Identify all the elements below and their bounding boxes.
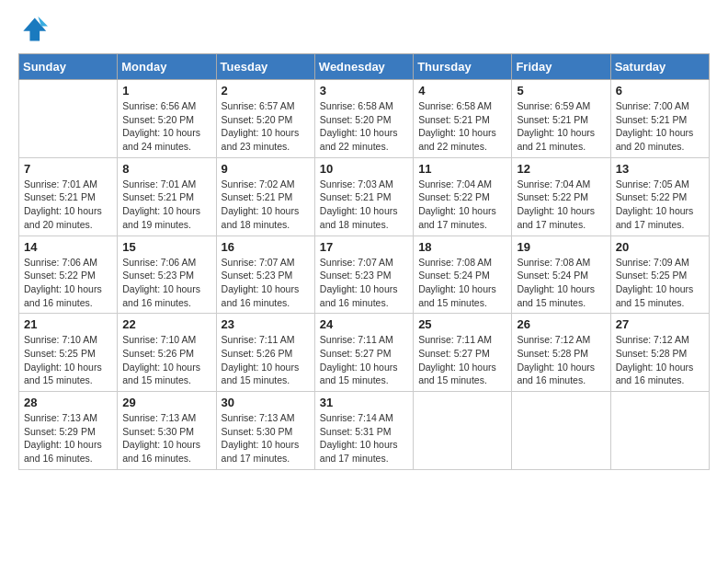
day-number: 16 <box>222 240 310 254</box>
calendar-cell <box>414 392 512 470</box>
logo-icon <box>18 15 48 44</box>
day-number: 22 <box>122 317 210 331</box>
calendar-cell: 16Sunrise: 7:07 AM Sunset: 5:23 PM Dayli… <box>216 236 314 314</box>
calendar-table: SundayMondayTuesdayWednesdayThursdayFrid… <box>18 53 710 470</box>
day-info: Sunrise: 7:01 AM Sunset: 5:21 PM Dayligh… <box>24 178 112 232</box>
day-number: 20 <box>616 240 704 254</box>
calendar-cell: 18Sunrise: 7:08 AM Sunset: 5:24 PM Dayli… <box>414 236 512 314</box>
day-number: 24 <box>320 317 408 331</box>
day-info: Sunrise: 7:10 AM Sunset: 5:26 PM Dayligh… <box>122 333 210 387</box>
day-number: 2 <box>222 84 310 98</box>
day-number: 4 <box>418 84 506 98</box>
header-day-friday: Friday <box>512 54 610 80</box>
day-number: 14 <box>24 240 112 254</box>
day-info: Sunrise: 7:11 AM Sunset: 5:26 PM Dayligh… <box>222 333 310 387</box>
calendar-cell: 22Sunrise: 7:10 AM Sunset: 5:26 PM Dayli… <box>118 314 216 392</box>
day-info: Sunrise: 6:58 AM Sunset: 5:21 PM Dayligh… <box>418 99 506 154</box>
day-info: Sunrise: 7:04 AM Sunset: 5:22 PM Dayligh… <box>418 178 506 232</box>
week-row-5: 28Sunrise: 7:13 AM Sunset: 5:29 PM Dayli… <box>19 392 710 470</box>
day-info: Sunrise: 7:01 AM Sunset: 5:21 PM Dayligh… <box>122 178 210 232</box>
day-info: Sunrise: 7:13 AM Sunset: 5:30 PM Dayligh… <box>222 411 310 465</box>
page: SundayMondayTuesdayWednesdayThursdayFrid… <box>0 0 728 479</box>
header <box>18 15 710 44</box>
calendar-cell: 3Sunrise: 6:58 AM Sunset: 5:20 PM Daylig… <box>314 80 413 158</box>
day-info: Sunrise: 7:02 AM Sunset: 5:21 PM Dayligh… <box>222 178 310 232</box>
day-number: 31 <box>320 396 408 409</box>
header-day-thursday: Thursday <box>414 54 512 80</box>
calendar-cell: 5Sunrise: 6:59 AM Sunset: 5:21 PM Daylig… <box>512 80 610 158</box>
day-number: 23 <box>222 317 310 331</box>
week-row-1: 1Sunrise: 6:56 AM Sunset: 5:20 PM Daylig… <box>19 80 710 158</box>
calendar-cell: 20Sunrise: 7:09 AM Sunset: 5:25 PM Dayli… <box>610 236 709 314</box>
day-info: Sunrise: 7:07 AM Sunset: 5:23 PM Dayligh… <box>320 256 408 310</box>
day-info: Sunrise: 6:56 AM Sunset: 5:20 PM Dayligh… <box>122 99 210 154</box>
day-number: 1 <box>122 84 210 98</box>
calendar-cell <box>19 80 118 158</box>
calendar-cell: 25Sunrise: 7:11 AM Sunset: 5:27 PM Dayli… <box>414 314 512 392</box>
day-number: 11 <box>418 162 506 176</box>
day-info: Sunrise: 7:07 AM Sunset: 5:23 PM Dayligh… <box>222 256 310 310</box>
day-info: Sunrise: 6:58 AM Sunset: 5:20 PM Dayligh… <box>320 99 408 154</box>
day-number: 3 <box>320 84 408 98</box>
calendar-cell: 2Sunrise: 6:57 AM Sunset: 5:20 PM Daylig… <box>216 80 314 158</box>
calendar-cell: 30Sunrise: 7:13 AM Sunset: 5:30 PM Dayli… <box>216 392 314 470</box>
calendar-cell: 31Sunrise: 7:14 AM Sunset: 5:31 PM Dayli… <box>314 392 413 470</box>
calendar-cell: 17Sunrise: 7:07 AM Sunset: 5:23 PM Dayli… <box>314 236 413 314</box>
day-info: Sunrise: 7:04 AM Sunset: 5:22 PM Dayligh… <box>517 178 605 232</box>
day-number: 19 <box>517 240 605 254</box>
day-info: Sunrise: 7:09 AM Sunset: 5:25 PM Dayligh… <box>616 256 704 310</box>
day-number: 30 <box>222 396 310 409</box>
calendar-cell: 10Sunrise: 7:03 AM Sunset: 5:21 PM Dayli… <box>314 157 413 236</box>
day-info: Sunrise: 7:08 AM Sunset: 5:24 PM Dayligh… <box>517 256 605 310</box>
day-info: Sunrise: 7:00 AM Sunset: 5:21 PM Dayligh… <box>616 99 704 154</box>
calendar-cell: 8Sunrise: 7:01 AM Sunset: 5:21 PM Daylig… <box>118 157 216 236</box>
day-info: Sunrise: 7:06 AM Sunset: 5:22 PM Dayligh… <box>24 256 112 310</box>
calendar-cell: 4Sunrise: 6:58 AM Sunset: 5:21 PM Daylig… <box>414 80 512 158</box>
calendar-cell: 9Sunrise: 7:02 AM Sunset: 5:21 PM Daylig… <box>216 157 314 236</box>
week-row-2: 7Sunrise: 7:01 AM Sunset: 5:21 PM Daylig… <box>19 157 710 236</box>
calendar-cell: 11Sunrise: 7:04 AM Sunset: 5:22 PM Dayli… <box>414 157 512 236</box>
day-info: Sunrise: 7:13 AM Sunset: 5:30 PM Dayligh… <box>122 411 210 465</box>
day-info: Sunrise: 7:06 AM Sunset: 5:23 PM Dayligh… <box>122 256 210 310</box>
calendar-cell: 24Sunrise: 7:11 AM Sunset: 5:27 PM Dayli… <box>314 314 413 392</box>
calendar-cell: 12Sunrise: 7:04 AM Sunset: 5:22 PM Dayli… <box>512 157 610 236</box>
day-info: Sunrise: 7:12 AM Sunset: 5:28 PM Dayligh… <box>517 333 605 387</box>
day-info: Sunrise: 6:59 AM Sunset: 5:21 PM Dayligh… <box>517 99 605 154</box>
calendar-cell: 14Sunrise: 7:06 AM Sunset: 5:22 PM Dayli… <box>19 236 118 314</box>
calendar-cell: 7Sunrise: 7:01 AM Sunset: 5:21 PM Daylig… <box>19 157 118 236</box>
day-info: Sunrise: 7:13 AM Sunset: 5:29 PM Dayligh… <box>24 411 112 465</box>
header-day-sunday: Sunday <box>19 54 118 80</box>
header-day-wednesday: Wednesday <box>314 54 413 80</box>
day-number: 9 <box>222 162 310 176</box>
day-number: 29 <box>122 396 210 409</box>
calendar-cell: 21Sunrise: 7:10 AM Sunset: 5:25 PM Dayli… <box>19 314 118 392</box>
day-number: 26 <box>517 317 605 331</box>
calendar-cell: 6Sunrise: 7:00 AM Sunset: 5:21 PM Daylig… <box>610 80 709 158</box>
calendar-cell: 19Sunrise: 7:08 AM Sunset: 5:24 PM Dayli… <box>512 236 610 314</box>
day-number: 28 <box>24 396 112 409</box>
day-number: 6 <box>616 84 704 98</box>
day-info: Sunrise: 7:08 AM Sunset: 5:24 PM Dayligh… <box>418 256 506 310</box>
calendar-cell: 23Sunrise: 7:11 AM Sunset: 5:26 PM Dayli… <box>216 314 314 392</box>
day-number: 12 <box>517 162 605 176</box>
day-info: Sunrise: 7:10 AM Sunset: 5:25 PM Dayligh… <box>24 333 112 387</box>
day-info: Sunrise: 6:57 AM Sunset: 5:20 PM Dayligh… <box>222 99 310 154</box>
day-number: 15 <box>122 240 210 254</box>
day-info: Sunrise: 7:03 AM Sunset: 5:21 PM Dayligh… <box>320 178 408 232</box>
day-number: 8 <box>122 162 210 176</box>
header-day-tuesday: Tuesday <box>216 54 314 80</box>
calendar-cell: 26Sunrise: 7:12 AM Sunset: 5:28 PM Dayli… <box>512 314 610 392</box>
logo <box>18 15 51 44</box>
day-number: 27 <box>616 317 704 331</box>
day-info: Sunrise: 7:11 AM Sunset: 5:27 PM Dayligh… <box>320 333 408 387</box>
header-day-saturday: Saturday <box>610 54 709 80</box>
day-number: 5 <box>517 84 605 98</box>
header-row: SundayMondayTuesdayWednesdayThursdayFrid… <box>19 54 710 80</box>
day-number: 18 <box>418 240 506 254</box>
day-number: 13 <box>616 162 704 176</box>
calendar-cell: 1Sunrise: 6:56 AM Sunset: 5:20 PM Daylig… <box>118 80 216 158</box>
calendar-cell <box>512 392 610 470</box>
day-number: 7 <box>24 162 112 176</box>
day-number: 10 <box>320 162 408 176</box>
calendar-cell <box>610 392 709 470</box>
